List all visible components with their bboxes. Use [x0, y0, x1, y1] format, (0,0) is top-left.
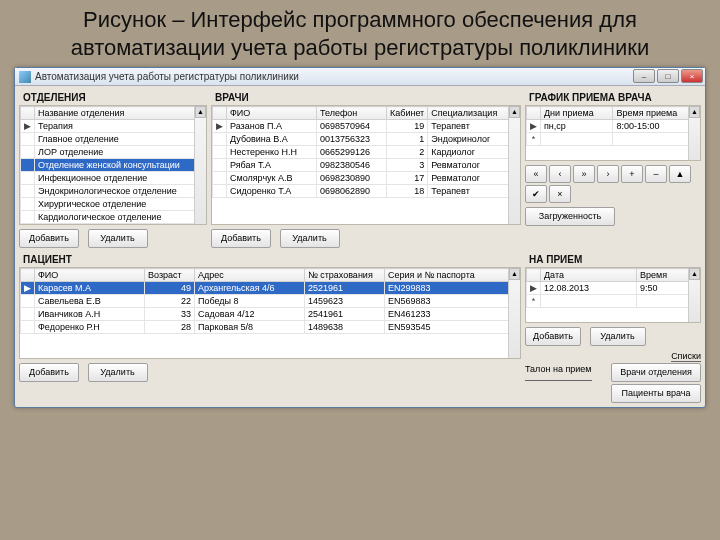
dept-row[interactable]: ЛОР отделение [35, 146, 206, 159]
patients-table[interactable]: ФИО Возраст Адрес № страхования Серия и … [20, 268, 520, 334]
scroll-up-icon[interactable]: ▲ [509, 106, 520, 118]
pat-cell[interactable]: 33 [145, 308, 195, 321]
sched-cell[interactable] [541, 133, 613, 146]
appt-cell[interactable]: 12.08.2013 [541, 282, 637, 295]
doc-cell[interactable]: Рябая Т.А [227, 159, 317, 172]
nav-post[interactable]: ✔ [525, 185, 547, 203]
doc-cell[interactable]: Разанов П.А [227, 120, 317, 133]
pat-del-button[interactable]: Удалить [88, 363, 148, 382]
pat-cell[interactable]: Садовая 4/12 [195, 308, 305, 321]
nav-del[interactable]: – [645, 165, 667, 183]
pat-cell[interactable]: 28 [145, 321, 195, 334]
col-fio[interactable]: ФИО [227, 107, 317, 120]
departments-table[interactable]: Название отделения ▶Терапия Главное отде… [20, 106, 206, 224]
pat-cell[interactable]: 1489638 [305, 321, 385, 334]
appt-add-button[interactable]: Добавить [525, 327, 581, 346]
close-button[interactable]: × [681, 69, 703, 83]
doc-cell[interactable]: Нестеренко Н.Н [227, 146, 317, 159]
doc-add-button[interactable]: Добавить [211, 229, 271, 248]
dept-row[interactable]: Терапия [35, 120, 206, 133]
nav-cancel[interactable]: × [549, 185, 571, 203]
dept-del-button[interactable]: Удалить [88, 229, 148, 248]
scroll-up-icon[interactable]: ▲ [689, 268, 700, 280]
col-date[interactable]: Дата [541, 269, 637, 282]
dept-row[interactable]: Хирургическое отделение [35, 198, 206, 211]
pat-cell[interactable]: 2541961 [305, 308, 385, 321]
nav-add[interactable]: + [621, 165, 643, 183]
minimize-button[interactable]: – [633, 69, 655, 83]
col-spec[interactable]: Специализация [428, 107, 520, 120]
doc-cell[interactable]: Терапевт [428, 185, 520, 198]
doc-cell[interactable]: Ревматолог [428, 159, 520, 172]
doc-cell[interactable]: 17 [387, 172, 428, 185]
scrollbar[interactable]: ▲ [508, 268, 520, 358]
scroll-up-icon[interactable]: ▲ [689, 106, 700, 118]
nav-prev[interactable]: ‹ [549, 165, 571, 183]
appt-del-button[interactable]: Удалить [590, 327, 646, 346]
col-cabinet[interactable]: Кабинет [387, 107, 428, 120]
pat-cell[interactable]: 22 [145, 295, 195, 308]
scrollbar[interactable]: ▲ [688, 268, 700, 322]
doc-cell[interactable]: 18 [387, 185, 428, 198]
doc-cell[interactable]: Дубовина В.А [227, 133, 317, 146]
doc-del-button[interactable]: Удалить [280, 229, 340, 248]
doc-cell[interactable]: Сидоренко Т.А [227, 185, 317, 198]
col-fio[interactable]: ФИО [35, 269, 145, 282]
doc-cell[interactable]: Смолярчук А.В [227, 172, 317, 185]
pat-cell[interactable]: Савельева Е.В [35, 295, 145, 308]
talon-link[interactable]: Талон на прием [525, 364, 592, 381]
pat-add-button[interactable]: Добавить [19, 363, 79, 382]
scroll-up-icon[interactable]: ▲ [509, 268, 520, 280]
dept-doctors-button[interactable]: Врачи отделения [611, 363, 701, 382]
appt-cell[interactable] [541, 295, 637, 308]
sched-cell[interactable]: пн,ср [541, 120, 613, 133]
col-passport[interactable]: Серия и № паспорта [385, 269, 520, 282]
doc-cell[interactable]: Кардиолог [428, 146, 520, 159]
col-phone[interactable]: Телефон [317, 107, 387, 120]
pat-cell[interactable]: 49 [145, 282, 195, 295]
doc-cell[interactable]: 2 [387, 146, 428, 159]
doc-cell[interactable]: Ревматолог [428, 172, 520, 185]
scrollbar[interactable]: ▲ [688, 106, 700, 160]
doc-cell[interactable]: 0698062890 [317, 185, 387, 198]
doc-cell[interactable]: 0665299126 [317, 146, 387, 159]
pat-cell[interactable]: EN299883 [385, 282, 520, 295]
col-days[interactable]: Дни приема [541, 107, 613, 120]
dept-row[interactable]: Отделение женской консультации [35, 159, 206, 172]
pat-cell[interactable]: 2521961 [305, 282, 385, 295]
col-age[interactable]: Возраст [145, 269, 195, 282]
appointment-table[interactable]: ДатаВремя ▶12.08.20139:50 * [526, 268, 700, 308]
doc-patients-button[interactable]: Пациенты врача [611, 384, 701, 403]
sched-cell[interactable]: 8:00-15:00 [613, 120, 700, 133]
doctors-table[interactable]: ФИО Телефон Кабинет Специализация ▶Разан… [212, 106, 520, 198]
doc-cell[interactable]: 3 [387, 159, 428, 172]
doc-cell[interactable]: 1 [387, 133, 428, 146]
col-department-name[interactable]: Название отделения [35, 107, 206, 120]
doc-cell[interactable]: Терапевт [428, 120, 520, 133]
scroll-up-icon[interactable]: ▲ [195, 106, 206, 118]
pat-cell[interactable]: Карасев М.А [35, 282, 145, 295]
doc-cell[interactable]: 0013756323 [317, 133, 387, 146]
dept-row[interactable]: Кардиологическое отделение [35, 211, 206, 224]
scrollbar[interactable]: ▲ [194, 106, 206, 224]
nav-edit[interactable]: ▲ [669, 165, 691, 183]
nav-first[interactable]: « [525, 165, 547, 183]
scrollbar[interactable]: ▲ [508, 106, 520, 224]
col-time[interactable]: Время приема [613, 107, 700, 120]
pat-cell[interactable]: EN593545 [385, 321, 520, 334]
doc-cell[interactable]: 0698570964 [317, 120, 387, 133]
doc-cell[interactable]: Эндокринолог [428, 133, 520, 146]
dept-add-button[interactable]: Добавить [19, 229, 79, 248]
col-addr[interactable]: Адрес [195, 269, 305, 282]
sched-cell[interactable] [613, 133, 700, 146]
col-ins[interactable]: № страхования [305, 269, 385, 282]
dept-row[interactable]: Главное отделение [35, 133, 206, 146]
pat-cell[interactable]: Архангельская 4/6 [195, 282, 305, 295]
pat-cell[interactable]: Парковая 5/8 [195, 321, 305, 334]
pat-cell[interactable]: EN569883 [385, 295, 520, 308]
pat-cell[interactable]: 1459623 [305, 295, 385, 308]
pat-cell[interactable]: Иванчиков А.Н [35, 308, 145, 321]
nav-next[interactable]: » [573, 165, 595, 183]
dept-row[interactable]: Инфекционное отделение [35, 172, 206, 185]
doc-cell[interactable]: 0982380546 [317, 159, 387, 172]
